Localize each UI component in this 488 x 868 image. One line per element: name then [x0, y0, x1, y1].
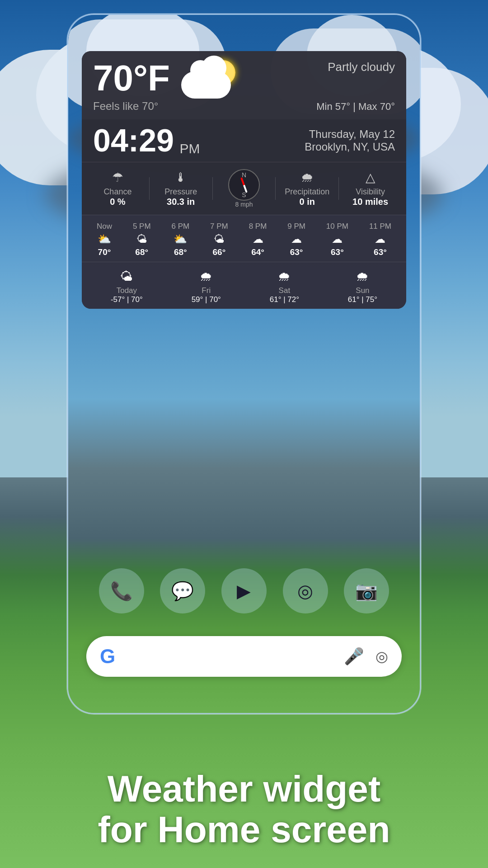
hourly-forecast: Now ⛅ 70° 5 PM 🌤 68° 6 PM ⛅ 68° 7 PM 🌤 6…: [82, 215, 406, 262]
dock-messages-icon[interactable]: 💬: [160, 568, 205, 613]
daily-item: 🌧 Sat 61° | 72°: [270, 267, 299, 304]
daily-item: 🌧 Fri 59° | 70°: [192, 267, 221, 304]
widget-time-section: 04:29 PM Thursday, May 12 Brooklyn, NY, …: [82, 119, 406, 162]
app-dock: 📞💬▶◎📷: [91, 568, 397, 613]
stat-wind: N S 8 mph: [213, 169, 276, 208]
daily-forecast: 🌤 Today -57° | 70° 🌧 Fri 59° | 70° 🌧 Sat…: [82, 262, 406, 309]
dock-camera-icon[interactable]: 📷: [344, 568, 389, 613]
phone-frame: 70°F Partly cloudy Feels like 70° Min 57…: [67, 14, 421, 714]
wind-compass: N S: [228, 169, 260, 201]
daily-item: 🌧 Sun 61° | 75°: [348, 267, 377, 304]
hourly-scroll: Now ⛅ 70° 5 PM 🌤 68° 6 PM ⛅ 68° 7 PM 🌤 6…: [86, 222, 402, 257]
stat-chance: ☂ Chance 0 %: [86, 170, 149, 207]
tagline-line2: for Home screen: [23, 809, 465, 850]
dock-phone-icon[interactable]: 📞: [99, 568, 144, 613]
visibility-icon: △: [366, 170, 375, 185]
stat-pressure: 🌡 Pressure 30.3 in: [150, 170, 212, 207]
hourly-item: 5 PM 🌤 68°: [133, 222, 151, 257]
stat-precipitation: 🌧 Precipitation 0 in: [276, 170, 338, 207]
search-icons: 🎤 ◎: [344, 647, 388, 666]
date-location: Thursday, May 12 Brooklyn, NY, USA: [305, 128, 395, 153]
compass-needle: [240, 177, 248, 193]
google-logo: G: [100, 645, 115, 668]
weather-stats: ☂ Chance 0 % 🌡 Pressure 30.3 in N: [82, 162, 406, 215]
widget-top: 70°F Partly cloudy Feels like 70° Min 57…: [82, 51, 406, 119]
weather-condition: Partly cloudy: [328, 60, 395, 74]
time-display: 04:29 PM: [93, 125, 200, 156]
hourly-item: 11 PM ☁ 63°: [369, 222, 391, 257]
hourly-item: Now ⛅ 70°: [97, 222, 112, 257]
tagline-line1: Weather widget: [23, 769, 465, 809]
dock-play-store-icon[interactable]: ▶: [221, 568, 267, 613]
google-search-bar[interactable]: G 🎤 ◎: [86, 636, 402, 677]
chance-icon: ☂: [112, 170, 123, 185]
cloud-icon: [181, 71, 231, 99]
hourly-item: 9 PM ☁ 63°: [287, 222, 305, 257]
phone-screen: 70°F Partly cloudy Feels like 70° Min 57…: [68, 15, 420, 713]
dock-chrome-icon[interactable]: ◎: [283, 568, 328, 613]
hourly-item: 8 PM ☁ 64°: [249, 222, 267, 257]
stat-visibility: △ Visibility 10 miles: [339, 170, 402, 207]
hourly-item: 10 PM ☁ 63°: [326, 222, 348, 257]
weather-icon-main: [181, 58, 240, 99]
pressure-icon: 🌡: [174, 170, 187, 185]
bottom-tagline: Weather widget for Home screen: [0, 769, 488, 850]
precipitation-icon: 🌧: [301, 170, 314, 185]
microphone-icon[interactable]: 🎤: [344, 647, 364, 666]
hourly-item: 7 PM 🌤 66°: [210, 222, 228, 257]
hourly-item: 6 PM ⛅ 68°: [171, 222, 189, 257]
weather-widget[interactable]: 70°F Partly cloudy Feels like 70° Min 57…: [82, 51, 406, 309]
daily-item: 🌤 Today -57° | 70°: [111, 267, 143, 304]
lens-icon[interactable]: ◎: [375, 648, 388, 665]
min-max-temp: Min 57° | Max 70°: [316, 101, 395, 113]
